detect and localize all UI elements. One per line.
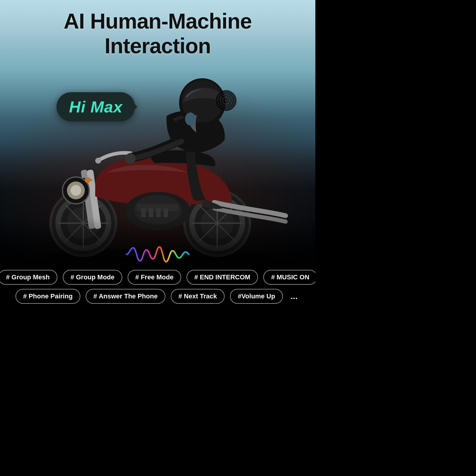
sound-wave <box>125 245 190 263</box>
svg-point-28 <box>85 177 91 183</box>
hi-max-bubble: Hi Max <box>57 92 135 121</box>
svg-point-29 <box>125 153 136 164</box>
tag-end-intercom: # END INTERCOM <box>187 270 258 285</box>
tag-phone-pairing: # Phone Pairing <box>15 289 80 304</box>
svg-rect-20 <box>141 208 146 217</box>
tag-group-mode: # Group Mode <box>63 270 122 285</box>
tag-answer-phone: # Answer The Phone <box>86 289 165 304</box>
tags-row-2: # Phone Pairing # Answer The Phone # Nex… <box>9 289 306 304</box>
svg-rect-21 <box>149 208 153 217</box>
svg-rect-23 <box>164 208 168 217</box>
tag-group-mesh: # Group Mesh <box>0 270 57 285</box>
svg-point-27 <box>71 185 81 196</box>
tags-area: # Group Mesh # Group Mode # Free Mode # … <box>0 264 315 315</box>
tags-row-1: # Group Mesh # Group Mode # Free Mode # … <box>9 270 306 285</box>
tag-volume-up: #Volume Up <box>230 289 283 304</box>
tag-free-mode: # Free Mode <box>128 270 181 285</box>
main-title: AI Human-Machine Interaction <box>0 9 315 58</box>
title-area: AI Human-Machine Interaction <box>0 9 315 58</box>
tag-next-track: # Next Track <box>171 289 225 304</box>
hi-max-text: Hi Max <box>69 98 123 116</box>
main-container: AI Human-Machine Interaction Hi Max <box>0 0 315 315</box>
svg-rect-22 <box>156 208 161 217</box>
more-tags-indicator: ... <box>288 292 300 301</box>
svg-point-36 <box>225 99 228 102</box>
tag-music-on: # MUSIC ON <box>263 270 315 285</box>
svg-point-24 <box>95 158 101 164</box>
svg-point-37 <box>185 112 196 126</box>
